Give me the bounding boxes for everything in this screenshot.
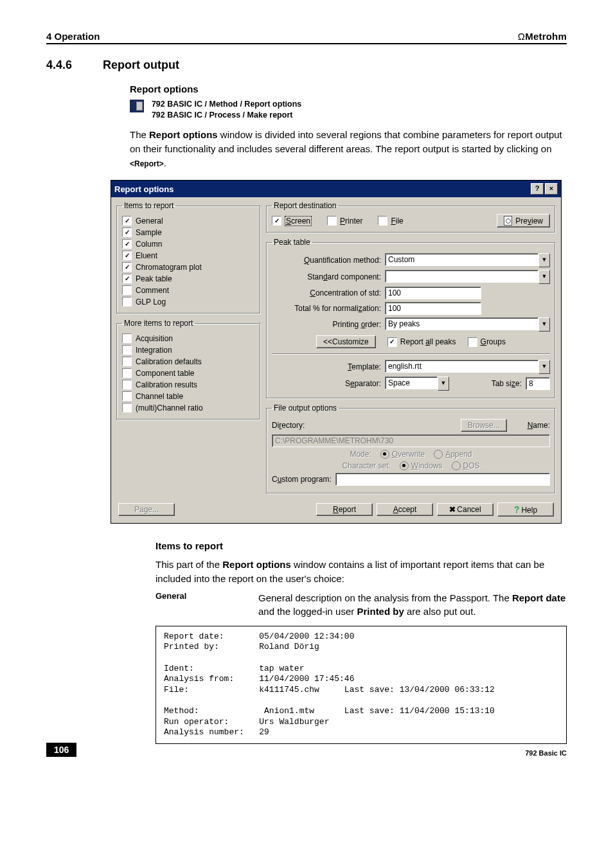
browse-button: Browse...: [461, 419, 507, 432]
page-button: Page...: [118, 503, 175, 516]
checkbox-channel-table[interactable]: [122, 391, 132, 401]
chevron-down-icon[interactable]: ▼: [538, 253, 550, 267]
fileopts-legend: File output options: [272, 403, 339, 412]
template-combo[interactable]: english.rtt▼: [385, 360, 550, 374]
order-combo[interactable]: By peaks▼: [385, 317, 550, 332]
radio-dos: [452, 461, 461, 470]
section-number: 4.4.6: [46, 58, 86, 72]
more-items-legend: More items to report: [122, 319, 195, 328]
items-to-report-head: Items to report: [155, 540, 567, 551]
customize-button[interactable]: <<Customize: [316, 335, 376, 348]
checkbox-printer[interactable]: [327, 216, 337, 226]
file-output-group: File output options Directory: Browse...…: [266, 403, 556, 494]
tabsize-label: Tab size:: [492, 379, 522, 388]
tabsize-input[interactable]: 8: [526, 377, 550, 390]
accept-button[interactable]: Accept: [377, 503, 433, 516]
desc-general-key: General: [155, 591, 258, 618]
items-lead: This part of the Report options window c…: [155, 558, 567, 586]
radio-windows: [400, 461, 409, 470]
destination-group: Report destination Screen Printer File P…: [266, 201, 556, 233]
chapter-title: 4 Operation: [46, 31, 100, 42]
checkbox-glp-log[interactable]: [122, 297, 132, 306]
question-icon: ?: [514, 504, 520, 515]
brand-name: Metrohm: [525, 31, 567, 42]
nav-path-1: 792 BASIC IC / Method / Report options: [152, 100, 301, 109]
section-heading: 4.4.6 Report output: [46, 58, 567, 72]
page-header: 4 Operation ΩMetrohm: [46, 31, 567, 44]
checkbox-component-table[interactable]: [122, 368, 132, 378]
checkbox-comment[interactable]: [122, 285, 132, 295]
peak-table-group: Peak table Quantification method:Custom▼…: [266, 238, 556, 399]
checkbox-screen[interactable]: [272, 216, 281, 226]
separator-combo[interactable]: Space▼: [385, 376, 449, 391]
dialog-title: Report options: [114, 184, 173, 194]
help-button[interactable]: ?: [531, 183, 544, 195]
checkbox-peak-table[interactable]: [122, 274, 132, 283]
preview-button[interactable]: Preview: [497, 214, 550, 227]
checkbox-multichannel[interactable]: [122, 403, 132, 412]
checkbox-integration[interactable]: [122, 345, 132, 355]
checkbox-column[interactable]: [122, 239, 132, 249]
chevron-down-icon[interactable]: ▼: [438, 376, 449, 391]
intro-paragraph: The Report options window is divided int…: [130, 128, 567, 170]
items-to-report-group: Items to report General Sample Column El…: [116, 201, 261, 314]
quant-method-combo[interactable]: Custom▼: [385, 253, 550, 267]
section-title: Report output: [103, 58, 179, 72]
chevron-down-icon[interactable]: ▼: [538, 360, 550, 374]
norm-input[interactable]: 100: [385, 302, 481, 315]
radio-append: [434, 450, 443, 459]
peak-legend: Peak table: [272, 238, 312, 247]
close-button[interactable]: ×: [545, 183, 558, 195]
dest-legend: Report destination: [272, 201, 338, 210]
custom-program-input[interactable]: [335, 473, 550, 486]
report-button[interactable]: Report: [316, 503, 373, 516]
desc-general-val: General description on the analysis from…: [258, 591, 567, 618]
charset-label: Character set:: [342, 461, 390, 470]
mode-label: Mode:: [350, 450, 371, 459]
checkbox-report-all-peaks[interactable]: [387, 337, 397, 347]
dialog-footer: Page... Report Accept ✖Cancel ?Help: [111, 499, 561, 523]
cancel-button[interactable]: ✖Cancel: [437, 503, 493, 516]
brand-omega: Ω: [518, 31, 525, 42]
checkbox-cal-results[interactable]: [122, 380, 132, 389]
preview-icon: [504, 216, 512, 226]
close-icon: ✖: [449, 505, 456, 514]
page-footer: 106 792 Basic IC: [0, 743, 613, 757]
footer-product: 792 Basic IC: [525, 749, 567, 757]
dialog-titlebar: Report options ? ×: [111, 181, 561, 197]
nav-path-2: 792 BASIC IC / Process / Make report: [152, 111, 301, 120]
chevron-down-icon[interactable]: ▼: [538, 317, 550, 332]
std-component-combo[interactable]: ▼: [385, 270, 550, 284]
radio-overwrite: [380, 450, 389, 459]
checkbox-chromatogram[interactable]: [122, 262, 132, 272]
nav-paths: 792 BASIC IC / Method / Report options 7…: [130, 100, 567, 121]
checkbox-general[interactable]: [122, 216, 132, 226]
checkbox-cal-defaults[interactable]: [122, 357, 132, 366]
more-items-group: More items to report Acquisition Integra…: [116, 319, 261, 420]
checkbox-file[interactable]: [378, 216, 387, 226]
directory-field: C:\PROGRAMME\METROHM\730: [272, 434, 550, 447]
checkbox-sample[interactable]: [122, 227, 132, 237]
app-icon: [130, 100, 144, 112]
page-number: 106: [46, 743, 76, 757]
report-options-dialog: Report options ? × Items to report Gener…: [111, 180, 562, 524]
help-dlg-button[interactable]: ?Help: [497, 502, 554, 517]
brand: ΩMetrohm: [518, 31, 567, 42]
checkbox-acquisition[interactable]: [122, 333, 132, 343]
conc-input[interactable]: 100: [385, 287, 481, 299]
subheading-report-options: Report options: [130, 84, 567, 94]
chevron-down-icon[interactable]: ▼: [538, 270, 550, 284]
checkbox-groups[interactable]: [468, 337, 477, 347]
items-legend: Items to report: [122, 201, 175, 210]
checkbox-eluent[interactable]: [122, 251, 132, 260]
report-example-box: Report date: 05/04/2000 12:34:00 Printed…: [155, 626, 567, 744]
